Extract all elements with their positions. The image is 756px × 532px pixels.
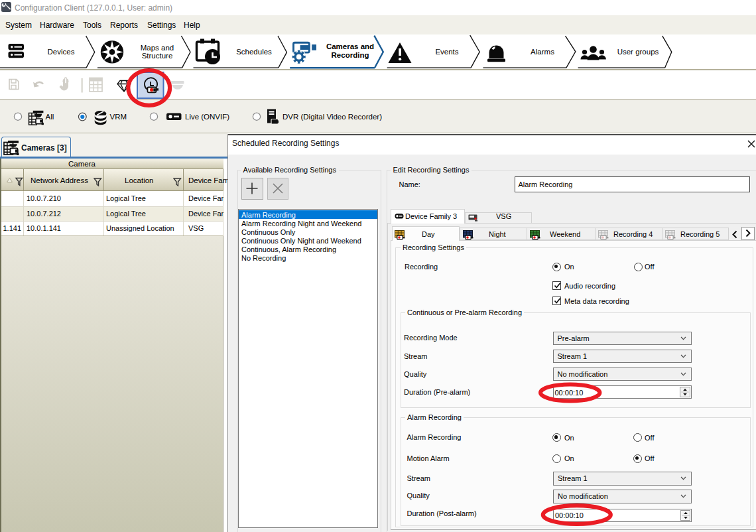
svg-text:Recording: Recording bbox=[332, 51, 369, 59]
svg-text:Schedules: Schedules bbox=[236, 48, 272, 56]
svg-text:Devices: Devices bbox=[48, 48, 75, 56]
svg-text:Events: Events bbox=[435, 48, 458, 56]
svg-text:VRM: VRM bbox=[110, 113, 127, 121]
svg-text:Structure: Structure bbox=[142, 52, 173, 60]
svg-text:Alarms: Alarms bbox=[531, 48, 554, 56]
svg-text:DVR (Digital Video Recorder): DVR (Digital Video Recorder) bbox=[283, 113, 382, 121]
svg-text:All: All bbox=[46, 113, 54, 121]
svg-text:Live (ONVIF): Live (ONVIF) bbox=[185, 113, 229, 121]
svg-text:Cameras and: Cameras and bbox=[326, 42, 374, 50]
svg-text:Maps and: Maps and bbox=[141, 44, 174, 52]
svg-text:User groups: User groups bbox=[617, 48, 659, 56]
